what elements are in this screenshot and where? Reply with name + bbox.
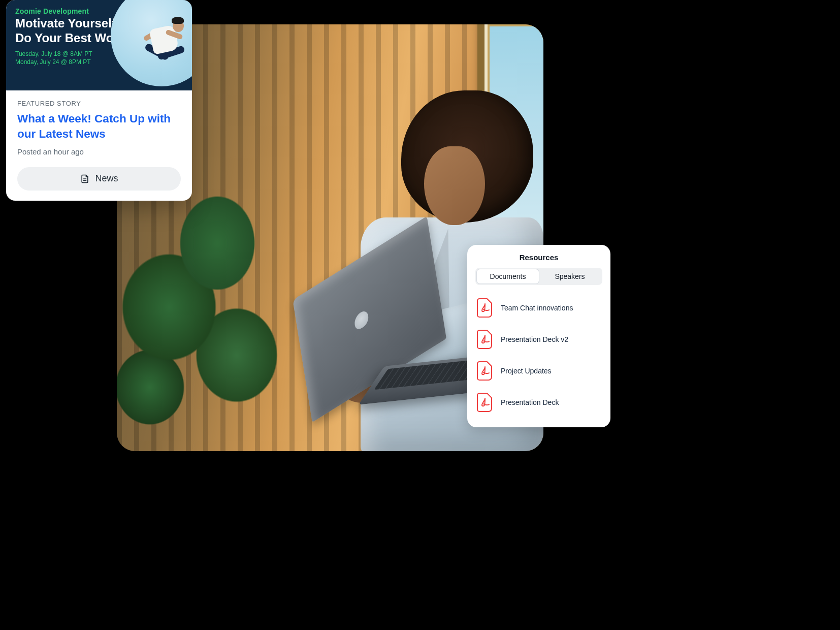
pdf-icon: [476, 329, 494, 350]
featured-posted-time: Posted an hour ago: [17, 147, 181, 156]
resources-card: Resources Documents Speakers Team Chat i…: [467, 245, 610, 427]
resources-title: Resources: [475, 253, 602, 262]
document-name: Presentation Deck: [501, 398, 559, 406]
featured-hero: Zoomie Development Motivate Yourself to …: [6, 0, 192, 90]
document-row[interactable]: Presentation Deck: [475, 387, 602, 418]
pdf-icon: [476, 361, 494, 381]
document-name: Presentation Deck v2: [501, 335, 568, 343]
featured-headline-link[interactable]: What a Week! Catch Up with our Latest Ne…: [17, 111, 181, 142]
tab-documents[interactable]: Documents: [477, 269, 539, 284]
document-name: Team Chat innovations: [501, 304, 573, 312]
document-row[interactable]: Team Chat innovations: [475, 292, 602, 324]
pdf-icon: [476, 392, 494, 413]
news-button[interactable]: News: [17, 167, 181, 191]
news-button-label: News: [95, 173, 118, 184]
document-row[interactable]: Project Updates: [475, 355, 602, 387]
document-icon: [80, 173, 90, 184]
featured-story-card: Zoomie Development Motivate Yourself to …: [6, 0, 192, 201]
document-name: Project Updates: [501, 367, 552, 375]
resources-tabs: Documents Speakers: [475, 268, 602, 285]
hero-runner-image: [111, 0, 192, 86]
pdf-icon: [476, 298, 494, 318]
tab-speakers[interactable]: Speakers: [539, 269, 601, 284]
featured-eyebrow: FEATURED STORY: [17, 100, 181, 107]
featured-body: FEATURED STORY What a Week! Catch Up wit…: [6, 90, 192, 201]
document-row[interactable]: Presentation Deck v2: [475, 324, 602, 355]
